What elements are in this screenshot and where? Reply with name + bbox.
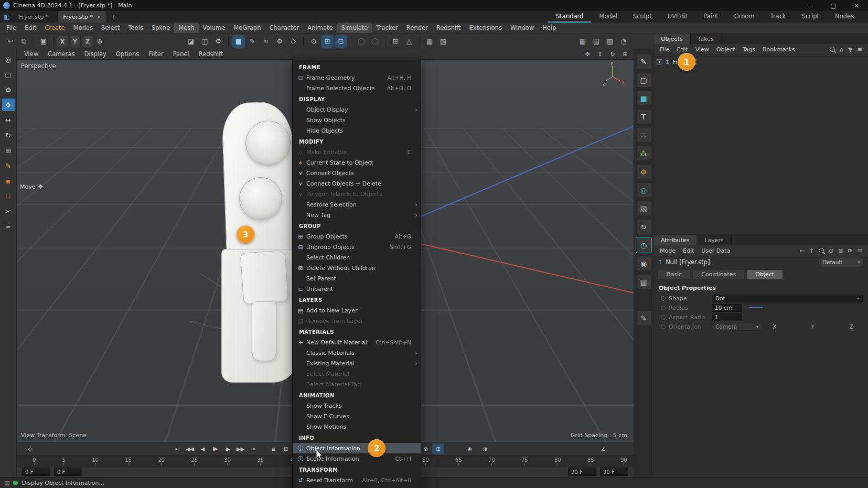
keyframe-icon[interactable]: ◇ xyxy=(24,443,36,454)
context-menu-item[interactable]: ∗ Current State to Object xyxy=(293,157,421,168)
context-menu-item[interactable]: ⊟ Ungroup Objects Shift+G xyxy=(293,242,421,252)
context-menu-item[interactable]: ⊏ Unparent xyxy=(293,284,421,294)
menubar-item[interactable]: Render xyxy=(402,23,432,33)
layout-quad-icon[interactable]: ▥ xyxy=(604,35,616,48)
context-menu-item[interactable]: ⊡ Frame Geometry Alt+H, H xyxy=(293,72,421,83)
lock-icon[interactable]: ⊠ xyxy=(838,247,843,254)
range-start-field[interactable]: 0 F xyxy=(22,468,50,476)
context-menu-item[interactable]: Show F-Curves xyxy=(293,411,421,421)
viewport-menu-item[interactable]: Options xyxy=(112,50,143,58)
move-tool-icon[interactable]: ✥ xyxy=(2,99,15,111)
frame-tick[interactable]: 25 xyxy=(191,457,198,465)
context-menu-item[interactable]: ⓘ Object Information xyxy=(293,443,421,453)
panel-tab[interactable]: Attributes xyxy=(653,235,697,245)
viewport-filter-icon[interactable]: ▦ xyxy=(423,35,436,48)
context-menu-item[interactable]: ▤ Remove from Layer xyxy=(293,316,421,326)
context-menu-item[interactable]: Select Material xyxy=(293,368,421,379)
menubar-item[interactable]: Edit xyxy=(20,23,40,33)
spline-mode-icon[interactable]: ≈ xyxy=(2,220,15,233)
close-tab-icon[interactable]: × xyxy=(97,14,101,20)
menubar-item[interactable]: Select xyxy=(97,23,124,33)
orientation-dropdown[interactable]: Camera xyxy=(712,323,762,331)
volume-icon[interactable]: ▧ xyxy=(636,201,651,216)
fcurve-icon[interactable]: ∠ xyxy=(597,443,609,454)
up-icon[interactable]: ↑ xyxy=(809,247,814,254)
layout-switch[interactable]: Model xyxy=(591,11,625,23)
attribute-subtab[interactable]: Basic xyxy=(658,269,691,279)
layout-switch[interactable]: Track xyxy=(763,11,794,23)
dynamics-icon[interactable]: ◎ xyxy=(636,182,651,198)
menubar-item[interactable]: Spline xyxy=(147,23,174,33)
frame-tick[interactable]: 30 xyxy=(224,457,231,465)
workplane-mode-icon[interactable]: △ xyxy=(403,35,415,48)
menubar-item[interactable]: Extensions xyxy=(465,23,506,33)
toolbar-icon[interactable] xyxy=(303,37,304,46)
menubar-item[interactable]: Window xyxy=(506,23,538,33)
close-button[interactable]: × xyxy=(845,0,868,11)
context-menu-item[interactable]: Classic Materials xyxy=(293,348,421,358)
camera-icon[interactable]: ◉ xyxy=(636,256,651,271)
frame-tick[interactable]: 75 xyxy=(521,457,528,465)
viewport-menu-item[interactable]: Cameras xyxy=(44,50,79,58)
context-menu-item[interactable]: Hide Objects xyxy=(293,125,421,136)
undo-icon[interactable]: ↩ xyxy=(4,35,17,48)
keyframe-dot-icon[interactable] xyxy=(661,324,666,329)
frame-tick[interactable]: 20 xyxy=(158,457,165,465)
pencil-icon[interactable]: ✎ xyxy=(636,310,651,326)
toolbar-icon[interactable] xyxy=(419,37,420,46)
context-menu-item[interactable]: ⓘ Scene Information Ctrl+I xyxy=(293,453,421,464)
keyframe-bar-icon[interactable]: ⊟ xyxy=(280,443,292,454)
frame-tick[interactable]: 15 xyxy=(125,457,132,465)
refresh-icon[interactable]: ⟳ xyxy=(848,247,853,254)
panel-menu-item[interactable]: Tags xyxy=(740,46,758,53)
menubar-item[interactable]: Animate xyxy=(303,23,337,33)
layout-switch[interactable]: Paint xyxy=(695,11,726,23)
cube-icon[interactable]: ■ xyxy=(636,91,651,106)
menubar-item[interactable]: Character xyxy=(265,23,304,33)
frame-tick[interactable]: 90 xyxy=(620,457,627,465)
toolbar-icon[interactable] xyxy=(351,37,351,46)
context-menu-item[interactable]: ⋎ Polygon Islands to Objects xyxy=(293,189,421,199)
cloner-icon[interactable]: ∷ xyxy=(636,127,651,143)
camera-rotate-icon[interactable]: ↻ xyxy=(607,49,618,59)
menubar-item[interactable]: Redshift xyxy=(432,23,465,33)
camera-zoom-icon[interactable]: ⇕ xyxy=(595,49,605,59)
generators-icon[interactable]: ⚙ xyxy=(273,35,286,48)
filter-icon[interactable]: ▼ xyxy=(848,46,852,53)
object-tree[interactable]: ↥ Fryer xyxy=(653,55,868,234)
keyframe-dot-icon[interactable] xyxy=(661,306,666,310)
context-menu-item[interactable]: ⊞ Group Objects Alt+G xyxy=(293,231,421,242)
layout-switch[interactable]: Script xyxy=(794,11,827,23)
render-region-icon[interactable]: ◫ xyxy=(198,35,211,48)
menubar-item[interactable]: File xyxy=(2,23,20,33)
prev-key-icon[interactable]: ◀◀ xyxy=(184,443,196,454)
rotate-tool-icon[interactable]: ↻ xyxy=(2,129,15,142)
tool-settings-icon[interactable]: ⚙ xyxy=(2,83,15,96)
pen-tool-icon[interactable]: ✎ xyxy=(2,159,15,172)
context-menu-item[interactable]: Show Objects xyxy=(293,115,421,125)
radius-field[interactable]: 10 cm xyxy=(712,304,742,312)
expand-toggle-icon[interactable] xyxy=(657,59,662,65)
toolbar-icon[interactable] xyxy=(228,37,229,46)
rectangle-selection-icon[interactable]: ▢ xyxy=(2,68,15,81)
aspect-ratio-field[interactable]: 1 xyxy=(712,313,742,321)
context-menu-item[interactable]: ↺ Reset Transform Alt+0, Ctrl+Alt+0 xyxy=(293,475,421,485)
axis-gizmo[interactable]: Y Z X xyxy=(599,62,626,89)
context-menu-item[interactable]: Select Children xyxy=(293,252,421,263)
coordinates-icon[interactable]: ⊞ xyxy=(2,144,15,157)
panel-tab[interactable]: Layers xyxy=(697,235,731,245)
text-icon[interactable]: T xyxy=(636,109,651,124)
new-tab-button[interactable]: + xyxy=(107,11,120,23)
deformers-icon[interactable]: ◇ xyxy=(287,35,299,48)
goto-end-icon[interactable]: ⇥ xyxy=(247,443,259,454)
context-menu-item[interactable]: ▤ Add to New Layer xyxy=(293,305,421,316)
panel-menu-item[interactable]: Bookmarks xyxy=(759,46,798,53)
attribute-subtab[interactable]: Object xyxy=(746,269,783,279)
toggle-panels-icon[interactable]: ⊞ xyxy=(620,49,630,59)
prev-frame-icon[interactable]: ◀ xyxy=(197,443,209,454)
frame-tick[interactable]: 85 xyxy=(587,457,594,465)
keyframe-dot-icon[interactable] xyxy=(661,296,666,301)
context-menu-item[interactable]: ⋎ Connect Objects xyxy=(293,168,421,178)
keyframe-dot-icon[interactable] xyxy=(661,315,666,320)
tweak-tool-icon[interactable]: ▪ xyxy=(2,175,15,187)
